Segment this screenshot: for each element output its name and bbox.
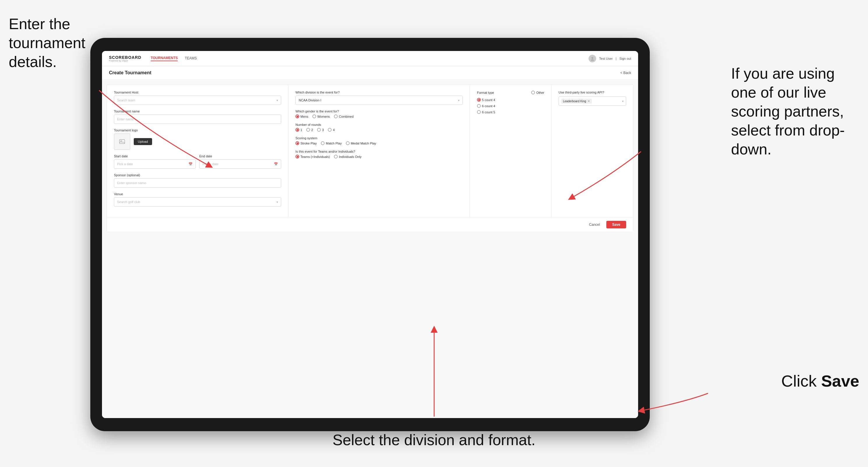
team-teams-label: Teams (+Individuals) (301, 155, 330, 158)
round-4[interactable]: 4 (328, 128, 335, 132)
gender-radio-group: Mens Womens Combined (296, 115, 463, 118)
user-name: Test User (599, 57, 613, 60)
radio-mens-icon (296, 115, 299, 118)
radio-r4-icon (328, 128, 332, 132)
date-row: Start date Pick a date 📅 End date Pick a… (114, 154, 281, 169)
round-4-label: 4 (333, 128, 335, 132)
svg-rect-2 (120, 139, 125, 144)
gender-womens[interactable]: Womens (312, 115, 330, 118)
live-scoring-input[interactable]: Leaderboard King ✕ ▾ (559, 96, 626, 106)
sign-out-link[interactable]: Sign out (619, 57, 631, 60)
tournament-host-placeholder: Search team (117, 98, 135, 102)
gender-combined-label: Combined (339, 115, 353, 118)
form-footer: Cancel Save (107, 217, 633, 232)
round-2[interactable]: 2 (306, 128, 313, 132)
end-date-label: End date (199, 154, 281, 158)
team-teams[interactable]: Teams (+Individuals) (296, 155, 330, 158)
tournament-name-label: Tournament name (114, 110, 281, 113)
radio-6count5-icon (477, 110, 481, 114)
radio-medal-icon (346, 141, 350, 145)
sponsor-label: Sponsor (optional) (114, 173, 281, 177)
annotation-top-left: Enter the tournament details. (9, 14, 111, 71)
col-format: Format type Other 5 count 4 (470, 85, 552, 217)
venue-chevron-icon: ▾ (277, 200, 278, 204)
tablet-frame: SCOREBOARD Powered by clippit TOURNAMENT… (90, 38, 650, 431)
format-options: 5 count 4 6 count 4 6 count 5 (477, 98, 544, 114)
round-3-label: 3 (322, 128, 324, 132)
live-scoring-label: Use third-party live scoring API? (559, 91, 626, 94)
tournament-logo-group: Tournament logo Upload (114, 128, 281, 150)
nav-teams[interactable]: TEAMS (185, 56, 197, 61)
tournament-host-group: Tournament Host Search team ▾ (114, 91, 281, 105)
venue-input[interactable]: Search golf club ▾ (114, 197, 281, 207)
scoring-stroke[interactable]: Stroke Play (296, 141, 317, 145)
col-live-scoring: Use third-party live scoring API? Leader… (552, 85, 633, 217)
team-individuals-label: Individuals Only (339, 155, 362, 158)
nav-tournaments[interactable]: TOURNAMENTS (151, 56, 178, 61)
division-group: Which division is the event for? NCAA Di… (296, 91, 463, 105)
scoring-match-label: Match Play (326, 142, 341, 145)
upload-button[interactable]: Upload (134, 138, 152, 145)
start-date-input[interactable]: Pick a date 📅 (114, 159, 196, 169)
gender-mens[interactable]: Mens (296, 115, 308, 118)
team-individuals[interactable]: Individuals Only (334, 155, 362, 158)
round-1-label: 1 (301, 128, 302, 132)
format-5count4-label: 5 count 4 (482, 98, 495, 102)
venue-placeholder: Search golf club (117, 200, 140, 204)
round-3[interactable]: 3 (317, 128, 324, 132)
remove-tag-icon[interactable]: ✕ (587, 99, 590, 103)
tournament-name-input[interactable]: Enter name (114, 115, 281, 124)
scoring-medal-label: Medal Match Play (351, 142, 376, 145)
format-6count5[interactable]: 6 count 5 (477, 110, 544, 114)
scoring-match[interactable]: Match Play (321, 141, 341, 145)
annotation-bottom-center-text: Select the division and format. (333, 432, 535, 448)
save-button[interactable]: Save (606, 221, 626, 228)
sponsor-placeholder: Enter sponsor name (117, 181, 146, 185)
radio-6count4-icon (477, 104, 481, 108)
radio-match-icon (321, 141, 324, 145)
rounds-radio-group: 1 2 3 (296, 128, 463, 132)
radio-r2-icon (306, 128, 310, 132)
start-date-label: Start date (114, 154, 196, 158)
svg-point-0 (591, 57, 593, 59)
gender-mens-label: Mens (301, 115, 308, 118)
radio-teams-icon (296, 155, 299, 158)
nav-bar: SCOREBOARD Powered by clippit TOURNAMENT… (102, 51, 638, 66)
radio-combined-icon (334, 115, 338, 118)
live-scoring-tag-text: Leaderboard King (563, 100, 586, 103)
page-title: Create Tournament (109, 70, 152, 75)
scoring-stroke-label: Stroke Play (301, 142, 317, 145)
division-value: NCAA Division I (299, 98, 321, 102)
radio-other-icon (531, 91, 535, 94)
sponsor-group: Sponsor (optional) Enter sponsor name (114, 173, 281, 188)
tournament-host-input[interactable]: Search team ▾ (114, 96, 281, 105)
gender-combined[interactable]: Combined (334, 115, 353, 118)
tablet-screen: SCOREBOARD Powered by clippit TOURNAMENT… (102, 51, 638, 418)
format-other[interactable]: Other (531, 91, 544, 94)
sponsor-input[interactable]: Enter sponsor name (114, 178, 281, 188)
scoring-medal[interactable]: Medal Match Play (346, 141, 376, 145)
tournament-name-placeholder: Enter name (117, 117, 134, 121)
logo-placeholder (114, 133, 130, 150)
nav-links: TOURNAMENTS TEAMS (151, 56, 197, 61)
svg-point-1 (591, 59, 594, 61)
radio-r1-icon (296, 128, 299, 132)
team-group: Is this event for Teams and/or Individua… (296, 150, 463, 158)
round-1[interactable]: 1 (296, 128, 302, 132)
format-type-label: Format type (477, 91, 494, 94)
chevron-down-icon: ▾ (277, 99, 278, 102)
nav-right: Test User | Sign out (589, 55, 631, 62)
cancel-button[interactable]: Cancel (586, 221, 603, 228)
division-chevron-icon: ▾ (458, 99, 460, 102)
back-link[interactable]: < Back (620, 71, 631, 75)
end-date-input[interactable]: Pick a date 📅 (199, 159, 281, 169)
radio-r3-icon (317, 128, 321, 132)
svg-point-3 (121, 141, 122, 142)
annotation-top-right: If you are using one of our live scoring… (731, 64, 859, 159)
format-5count4[interactable]: 5 count 4 (477, 98, 544, 102)
team-radio-group: Teams (+Individuals) Individuals Only (296, 155, 463, 158)
format-6count4[interactable]: 6 count 4 (477, 104, 544, 108)
tournament-host-label: Tournament Host (114, 91, 281, 94)
tournament-logo-label: Tournament logo (114, 128, 281, 132)
division-input[interactable]: NCAA Division I ▾ (296, 96, 463, 105)
